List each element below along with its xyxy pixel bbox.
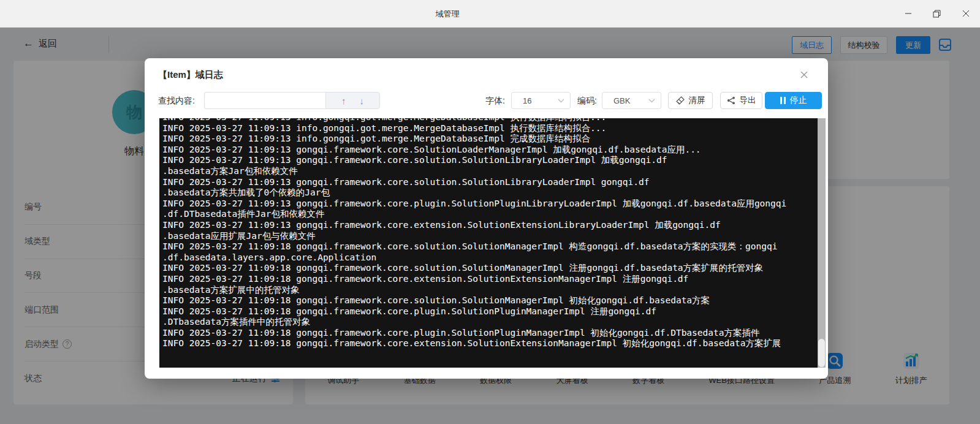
log-line: .basedata方案Jar包和依赖文件 — [162, 166, 814, 177]
minimize-icon — [905, 10, 912, 17]
log-line: INFO 2025-03-27 11:09:13 gongqi.framewor… — [162, 145, 814, 156]
search-input[interactable] — [204, 92, 325, 109]
log-line: INFO 2025-03-27 11:09:13 gongqi.framewor… — [162, 220, 814, 231]
modal-close-button[interactable] — [799, 70, 810, 81]
log-line: INFO 2025-03-27 11:09:13 info.gongqi.got… — [162, 118, 814, 123]
log-scrollbar-thumb[interactable] — [818, 339, 825, 367]
log-line: INFO 2025-03-27 11:09:18 gongqi.framewor… — [162, 338, 814, 349]
log-line: INFO 2025-03-27 11:09:13 info.gongqi.got… — [162, 134, 814, 145]
export-label: 导出 — [740, 95, 756, 106]
log-line: INFO 2025-03-27 11:09:13 gongqi.framewor… — [162, 155, 814, 166]
titlebar: 域管理 — [0, 0, 980, 28]
maximize-button[interactable] — [922, 0, 951, 27]
log-line: INFO 2025-03-27 11:09:18 gongqi.framewor… — [162, 241, 814, 252]
search-next-button[interactable]: ↓ — [360, 96, 365, 106]
log-line: INFO 2025-03-27 11:09:18 gongqi.framewor… — [162, 328, 814, 339]
encoding-value: GBK — [602, 96, 630, 105]
log-lines: INFO 2025-03-27 11:09:13 info.gongqi.got… — [159, 118, 818, 368]
encoding-label: 编码: — [577, 92, 597, 109]
search-nav-group: ↑ ↓ — [325, 92, 380, 109]
close-window-button[interactable] — [951, 0, 980, 27]
search-prev-button[interactable]: ↑ — [341, 96, 346, 106]
log-line: INFO 2025-03-27 11:09:18 gongqi.framewor… — [162, 306, 814, 317]
log-viewer[interactable]: INFO 2025-03-27 11:09:13 info.gongqi.got… — [159, 118, 826, 368]
encoding-select[interactable]: GBK — [602, 92, 661, 109]
restore-icon — [933, 10, 941, 18]
chevron-down-icon — [648, 99, 655, 103]
font-size-value: 16 — [512, 96, 531, 105]
log-line: .df.DTbasedata插件Jar包和依赖文件 — [162, 209, 814, 220]
log-scrollbar[interactable] — [818, 118, 826, 368]
search-label: 查找内容: — [158, 92, 195, 109]
window-title: 域管理 — [0, 0, 895, 28]
clear-broom-icon — [676, 96, 685, 105]
close-icon — [800, 70, 808, 79]
export-button[interactable]: 导出 — [720, 92, 762, 109]
log-line: .basedata方案扩展中的托管对象 — [162, 285, 814, 296]
share-export-icon — [727, 96, 735, 105]
log-toolbar: 查找内容: ↑ ↓ 字体: 16 编码: GBK 清屏 — [145, 92, 828, 109]
clear-screen-button[interactable]: 清屏 — [668, 92, 713, 109]
log-line: .df.basedata.layers.app.core.Application — [162, 252, 814, 263]
clear-screen-label: 清屏 — [689, 95, 705, 106]
log-line: INFO 2025-03-27 11:09:18 gongqi.framewor… — [162, 263, 814, 274]
domain-log-modal: 【Item】域日志 查找内容: ↑ ↓ 字体: 16 编码: GBK — [145, 58, 828, 379]
log-line: INFO 2025-03-27 11:09:13 gongqi.framewor… — [162, 177, 814, 188]
pause-icon — [780, 97, 786, 104]
modal-title: 【Item】域日志 — [158, 69, 223, 81]
log-line: INFO 2025-03-27 11:09:13 gongqi.framewor… — [162, 199, 814, 210]
chevron-down-icon — [558, 99, 564, 103]
log-line: INFO 2025-03-27 11:09:18 gongqi.framewor… — [162, 274, 814, 285]
font-size-select[interactable]: 16 — [511, 92, 571, 109]
close-icon — [962, 10, 970, 17]
log-line: .basedata应用扩展Jar包与依赖文件 — [162, 231, 814, 242]
minimize-button[interactable] — [894, 0, 922, 27]
font-label: 字体: — [485, 92, 505, 109]
stop-label: 停止 — [790, 95, 807, 106]
log-line: .basedata方案共加载了0个依赖的Jar包 — [162, 187, 814, 199]
log-line: INFO 2025-03-27 11:09:13 info.gongqi.got… — [162, 123, 814, 134]
stop-button[interactable]: 停止 — [765, 92, 822, 109]
log-line: INFO 2025-03-27 11:09:18 gongqi.framewor… — [162, 295, 814, 306]
log-line: .DTbasedata方案插件中的托管对象 — [162, 317, 814, 328]
